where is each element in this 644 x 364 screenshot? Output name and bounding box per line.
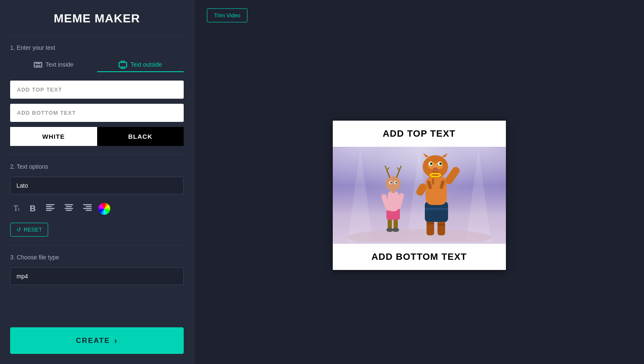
black-button[interactable]: BLACK — [97, 127, 184, 146]
tab-text-outside-label: Text outside — [130, 61, 162, 68]
left-panel: MEME MAKER 1. Enter your text Text insid… — [0, 0, 194, 364]
svg-line-31 — [397, 167, 399, 170]
section-step1: 1. Enter your text Text inside Text outs… — [0, 36, 194, 154]
reset-button[interactable]: ↺ RESET — [10, 223, 48, 237]
svg-rect-42 — [426, 176, 447, 205]
svg-rect-38 — [427, 223, 434, 224]
svg-marker-14 — [466, 149, 491, 242]
svg-rect-2 — [46, 208, 54, 209]
section-step3: 3. Choose file type mp4 gif jpg png — [0, 245, 194, 294]
svg-point-35 — [395, 182, 397, 183]
svg-line-27 — [385, 166, 387, 170]
tab-text-inside-label: Text inside — [46, 61, 73, 68]
svg-line-28 — [387, 167, 389, 170]
step2-title: 2. Text options — [10, 163, 184, 170]
create-button[interactable]: CREATE › — [10, 327, 184, 354]
align-left-button[interactable] — [43, 202, 58, 216]
meme-image-area — [333, 147, 506, 244]
svg-point-34 — [390, 182, 392, 183]
step3-title: 3. Choose file type — [10, 254, 184, 261]
meme-top-text: ADD TOP TEXT — [333, 121, 506, 147]
right-panel: Trim Video ADD TOP TEXT — [194, 0, 644, 364]
tab-text-inside[interactable]: Text inside — [10, 58, 97, 72]
text-format-toolbar: Tt B — [10, 201, 184, 216]
align-left-icon — [46, 204, 54, 213]
align-center-button[interactable] — [61, 202, 76, 216]
svg-point-58 — [431, 163, 432, 164]
svg-rect-45 — [432, 178, 434, 185]
svg-marker-52 — [423, 153, 429, 157]
text-inside-icon — [34, 62, 42, 67]
svg-line-26 — [387, 170, 390, 178]
svg-point-19 — [392, 228, 399, 232]
meme-preview: ADD TOP TEXT — [333, 121, 506, 270]
trim-video-button[interactable]: Trim Video — [207, 8, 247, 22]
tab-text-outside[interactable]: Text outside — [97, 58, 184, 72]
svg-marker-53 — [442, 153, 448, 157]
svg-point-59 — [440, 163, 441, 164]
text-mode-tabs: Text inside Text outside — [10, 58, 184, 72]
svg-rect-4 — [65, 204, 73, 205]
svg-point-25 — [386, 176, 401, 191]
svg-rect-11 — [86, 210, 92, 211]
svg-rect-10 — [83, 208, 92, 209]
characters-svg — [339, 149, 500, 242]
svg-rect-6 — [65, 208, 73, 209]
font-size-button[interactable]: Tt — [10, 202, 23, 216]
file-type-select[interactable]: mp4 gif jpg png — [10, 267, 184, 285]
svg-marker-12 — [348, 149, 373, 242]
align-right-button[interactable] — [80, 202, 95, 216]
color-picker-button[interactable] — [98, 203, 110, 215]
svg-rect-7 — [66, 210, 72, 211]
tt-icon: Tt — [14, 204, 19, 213]
create-label: CREATE — [76, 337, 110, 345]
meme-bottom-text: ADD BOTTOM TEXT — [333, 244, 506, 270]
svg-rect-1 — [46, 206, 52, 208]
bold-button[interactable]: B — [26, 201, 39, 216]
app-title: MEME MAKER — [0, 0, 194, 35]
reset-label: RESET — [24, 226, 42, 233]
section-step2: 2. Text options Lato Arial Impact Georgi… — [0, 155, 194, 245]
align-center-icon — [65, 204, 73, 213]
step1-title: 1. Enter your text — [10, 44, 184, 51]
svg-rect-9 — [86, 206, 92, 208]
svg-rect-0 — [46, 204, 54, 205]
svg-point-60 — [433, 167, 438, 171]
white-button[interactable]: WHITE — [10, 127, 97, 146]
svg-rect-39 — [437, 224, 445, 226]
svg-line-30 — [399, 166, 401, 170]
svg-rect-8 — [83, 204, 92, 205]
reset-icon: ↺ — [16, 226, 21, 233]
font-select[interactable]: Lato Arial Impact Georgia — [10, 177, 184, 194]
text-outside-icon — [119, 62, 127, 67]
align-right-icon — [83, 204, 92, 213]
bottom-text-input[interactable] — [10, 104, 184, 122]
svg-line-29 — [397, 170, 399, 178]
color-selector: WHITE BLACK — [10, 127, 184, 146]
svg-rect-5 — [66, 206, 72, 208]
meme-preview-area: ADD TOP TEXT — [207, 35, 631, 356]
create-arrow-icon: › — [114, 336, 118, 345]
svg-rect-3 — [46, 210, 52, 211]
bold-icon: B — [30, 204, 35, 213]
top-text-input[interactable] — [10, 81, 184, 99]
svg-point-18 — [386, 228, 393, 232]
svg-rect-41 — [425, 208, 448, 210]
